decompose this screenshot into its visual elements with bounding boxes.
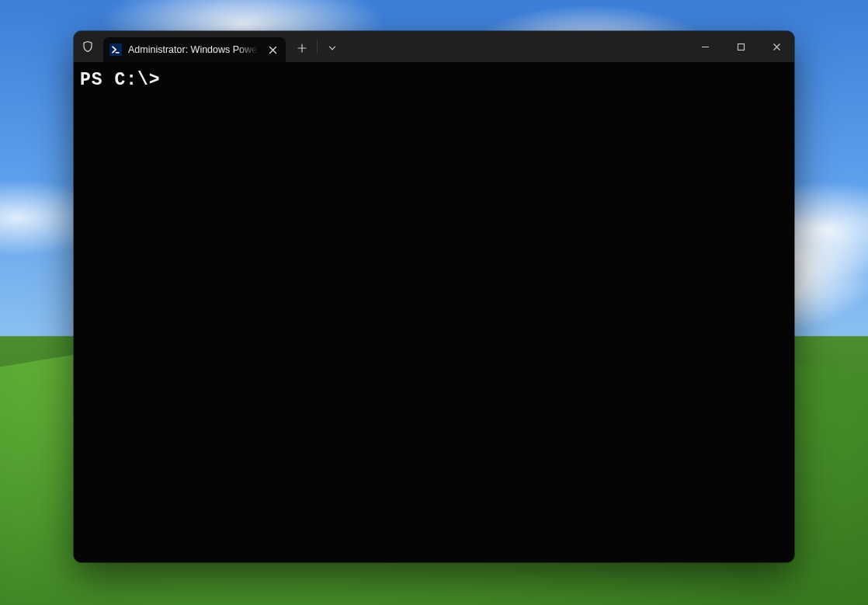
tab-actions — [286, 31, 345, 62]
prompt: PS C:\> — [80, 70, 172, 90]
maximize-icon — [737, 43, 745, 51]
tab-powershell[interactable]: Administrator: Windows PowerShell — [103, 37, 286, 62]
terminal-window: Administrator: Windows PowerShell — [74, 31, 794, 562]
desktop-wallpaper: Administrator: Windows PowerShell — [0, 0, 868, 605]
window-controls — [687, 31, 794, 62]
admin-shield-icon — [74, 31, 102, 62]
tab-title: Administrator: Windows PowerShell — [128, 44, 264, 55]
new-tab-button[interactable] — [289, 36, 315, 61]
titlebar-drag-region[interactable] — [345, 31, 687, 62]
minimize-button[interactable] — [687, 31, 723, 62]
close-icon — [269, 46, 277, 54]
minimize-icon — [701, 43, 710, 51]
svg-rect-0 — [738, 43, 744, 50]
plus-icon — [297, 43, 307, 53]
powershell-icon — [109, 43, 122, 56]
tab-dropdown-button[interactable] — [319, 36, 345, 61]
chevron-down-icon — [328, 44, 336, 52]
maximize-button[interactable] — [723, 31, 759, 62]
terminal-body[interactable]: PS C:\> — [74, 62, 794, 562]
titlebar[interactable]: Administrator: Windows PowerShell — [74, 31, 794, 62]
tab-close-button[interactable] — [264, 41, 281, 58]
close-window-button[interactable] — [759, 31, 794, 62]
separator — [317, 40, 318, 54]
close-icon — [773, 43, 781, 51]
